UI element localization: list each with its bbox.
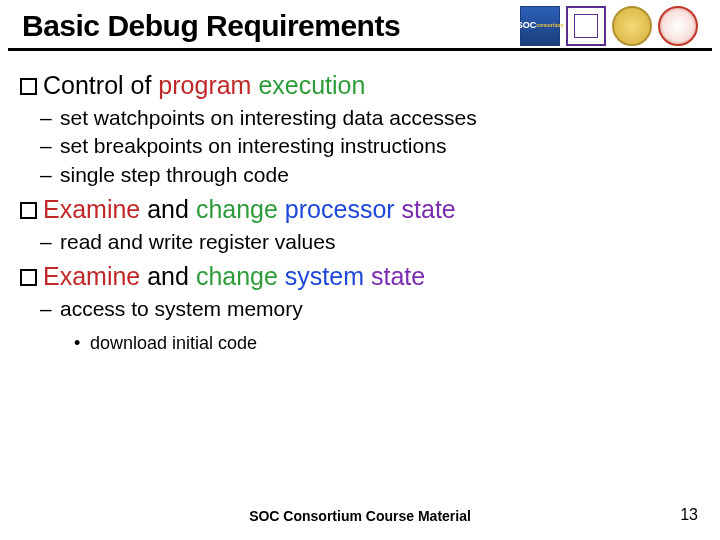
sub-sub-item: download initial code <box>90 330 700 357</box>
checkbox-icon <box>20 269 37 286</box>
bullet-text: Control of program execution <box>43 71 365 100</box>
seg <box>395 195 402 223</box>
seg: Control <box>43 71 124 99</box>
seg: of <box>124 71 159 99</box>
seg: state <box>402 195 456 223</box>
sub-list: read and write register values <box>20 228 700 256</box>
footer-text: SOC Consortium Course Material <box>0 508 720 524</box>
slide-title: Basic Debug Requirements <box>22 9 400 43</box>
soc-logo-icon: SOC consortium <box>520 6 560 46</box>
sub-item: access to system memory <box>60 295 700 323</box>
slide-header: Basic Debug Requirements SOC consortium <box>8 0 712 51</box>
seg: change <box>196 195 278 223</box>
sub-item: single step through code <box>60 161 700 189</box>
page-number: 13 <box>680 506 698 524</box>
sub-sub-list: download initial code <box>20 330 700 357</box>
slide-body: Control of program execution set watchpo… <box>0 51 720 357</box>
sub-item: set breakpoints on interesting instructi… <box>60 132 700 160</box>
bullet-examine-system: Examine and change system state <box>20 262 700 291</box>
seg: execution <box>258 71 365 99</box>
seg <box>278 195 285 223</box>
seal2-logo-icon <box>658 6 698 46</box>
seg: Examine <box>43 195 140 223</box>
sub-item: read and write register values <box>60 228 700 256</box>
checkbox-icon <box>20 78 37 95</box>
seg: system <box>285 262 364 290</box>
seg: change <box>196 262 278 290</box>
seal1-logo-icon <box>612 6 652 46</box>
seg: program <box>158 71 251 99</box>
seg <box>278 262 285 290</box>
seg <box>364 262 371 290</box>
seg: processor <box>285 195 395 223</box>
seg: Examine <box>43 262 140 290</box>
chip-logo-icon <box>566 6 606 46</box>
seg: state <box>371 262 425 290</box>
seg: and <box>140 195 196 223</box>
soc-logo-line1: SOC <box>517 21 537 31</box>
sub-list: access to system memory <box>20 295 700 323</box>
seg: and <box>140 262 196 290</box>
bullet-control: Control of program execution <box>20 71 700 100</box>
sub-item: set watchpoints on interesting data acce… <box>60 104 700 132</box>
logo-row: SOC consortium <box>520 6 698 46</box>
soc-logo-line2: consortium <box>536 23 563 29</box>
checkbox-icon <box>20 202 37 219</box>
bullet-text: Examine and change processor state <box>43 195 456 224</box>
bullet-text: Examine and change system state <box>43 262 425 291</box>
sub-list: set watchpoints on interesting data acce… <box>20 104 700 189</box>
bullet-examine-processor: Examine and change processor state <box>20 195 700 224</box>
